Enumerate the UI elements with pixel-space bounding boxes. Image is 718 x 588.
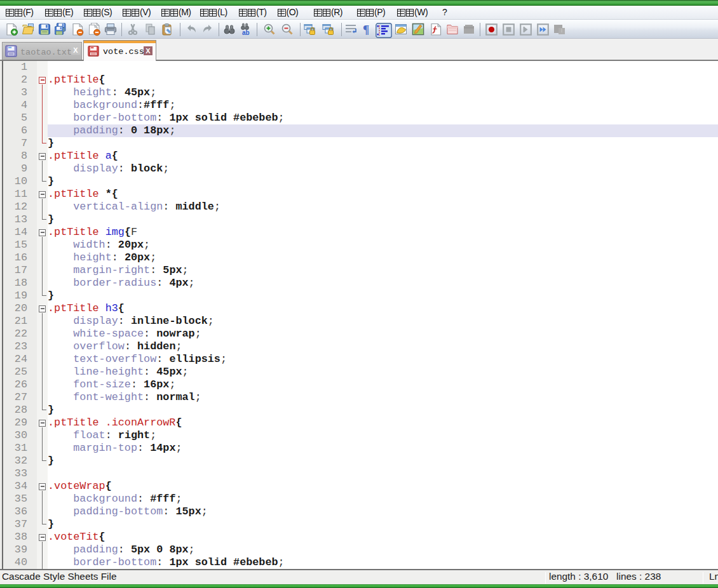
svg-text:¶: ¶ xyxy=(363,23,369,36)
svg-text:ab: ab xyxy=(242,29,250,36)
